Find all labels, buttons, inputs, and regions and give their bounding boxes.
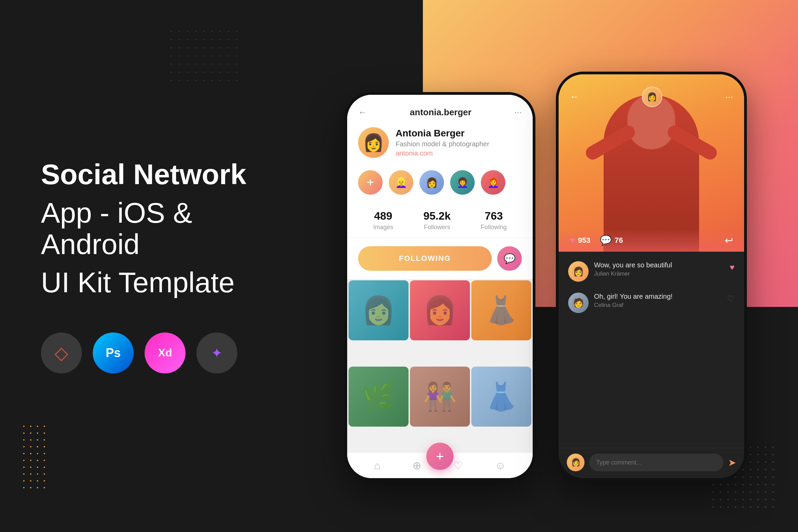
stat-images-label: Images xyxy=(373,224,393,231)
heart-reaction[interactable]: ♥ 953 xyxy=(570,235,590,246)
comment-avatar-1: 👩 xyxy=(568,261,589,282)
sketch-icon-wrap[interactable]: ◇ xyxy=(41,332,82,373)
comment-text-1: Wow, you are so beautiful xyxy=(594,261,724,269)
phone2-header: ← 👩 ··· xyxy=(559,74,744,119)
phone2-reactions: ♥ 953 💬 76 ↩ xyxy=(559,229,744,252)
story-add-button[interactable]: + xyxy=(358,170,383,195)
title-line3: UI Kit Template xyxy=(41,267,293,298)
comment-avatar-2: 🧑 xyxy=(568,293,589,313)
stat-images-value: 489 xyxy=(373,210,393,222)
send-icon[interactable]: ➤ xyxy=(728,457,736,468)
figma-icon: ✦ xyxy=(211,345,223,361)
main-title-block: Social Network App - iOS & Android UI Ki… xyxy=(41,159,293,326)
phone1-profile-section: 👩 Antonia Berger Fashion model & photogr… xyxy=(347,123,533,165)
comment-author-1: Julian Krämer xyxy=(594,270,724,277)
grid-photo-3[interactable]: 👗 xyxy=(471,280,531,340)
nav-profile-icon[interactable]: ☺ xyxy=(495,459,506,472)
profile-avatar: 👩 xyxy=(358,127,389,158)
profile-name: Antonia Berger xyxy=(396,128,522,139)
phone-2-mockup: ← 👩 ··· ♥ 953 💬 76 xyxy=(556,72,747,481)
nav-home-icon[interactable]: ⌂ xyxy=(374,459,381,472)
comment-body-1: Wow, you are so beautiful Julian Krämer xyxy=(594,261,724,277)
left-panel: Social Network App - iOS & Android UI Ki… xyxy=(0,0,293,532)
comment-item-2: 🧑 Oh, girl! You are amazing! Celina Graf… xyxy=(559,289,744,317)
phone2-avatar-small: 👩 xyxy=(642,87,662,107)
phone1-stats: 489 Images 95.2k Followers 763 Following xyxy=(347,203,533,238)
phone2-comments-section: 👩 Wow, you are so beautiful Julian Kräme… xyxy=(559,252,744,448)
sketch-icon: ◇ xyxy=(55,343,68,363)
phone1-username: antonia.berger xyxy=(410,107,472,118)
message-button[interactable]: 💬 xyxy=(497,246,522,271)
grid-photo-4[interactable]: 🌿 xyxy=(349,367,409,427)
profile-website[interactable]: antonia.com xyxy=(396,149,522,157)
heart-count: 953 xyxy=(578,236,591,245)
phone-1-mockup: ← antonia.berger ··· 👩 Antonia Berger Fa… xyxy=(344,92,535,481)
stat-followers-value: 95.2k xyxy=(423,210,450,222)
stat-followers: 95.2k Followers xyxy=(423,210,450,231)
story-thumb-1[interactable]: 👱‍♀️ xyxy=(389,170,413,195)
following-button[interactable]: FOLLOWING xyxy=(358,246,492,271)
comment-author-2: Celina Graf xyxy=(594,302,722,309)
adobexd-icon: Xd xyxy=(158,346,172,359)
heart-icon: ♥ xyxy=(570,235,575,246)
phone2-hero-image: ← 👩 ··· ♥ 953 💬 76 xyxy=(559,74,744,252)
phone1-actions: FOLLOWING 💬 xyxy=(347,238,533,279)
stat-following-value: 763 xyxy=(481,210,507,222)
figma-icon-wrap[interactable]: ✦ xyxy=(196,332,237,373)
tool-icons-row: ◇ Ps Xd ✦ xyxy=(41,332,293,373)
stat-following-label: Following xyxy=(481,224,507,231)
comment-text-2: Oh, girl! You are amazing! xyxy=(594,293,722,300)
phone-2-screen: ← 👩 ··· ♥ 953 💬 76 xyxy=(559,74,744,478)
profile-info: Antonia Berger Fashion model & photograp… xyxy=(396,128,522,157)
stat-images: 489 Images xyxy=(373,210,393,231)
title-line1: Social Network xyxy=(41,159,293,190)
story-thumb-4[interactable]: 👩‍🦰 xyxy=(481,170,505,195)
stat-followers-label: Followers xyxy=(423,224,450,231)
phone1-header: ← antonia.berger ··· xyxy=(347,95,533,123)
nav-search-icon[interactable]: ⊕ xyxy=(412,459,422,472)
title-line2: App - iOS & Android xyxy=(41,197,293,260)
nav-add-button[interactable]: + xyxy=(426,443,454,470)
phone1-stories: + 👱‍♀️ 👩 👩‍🦱 👩‍🦰 xyxy=(347,165,533,203)
comment-reaction[interactable]: 💬 76 xyxy=(600,235,623,246)
comment-input-field[interactable] xyxy=(589,454,723,471)
phone1-photo-grid: 👩 👩 👗 🌿 👫 👗 xyxy=(347,279,533,453)
phone1-back-icon[interactable]: ← xyxy=(358,107,367,118)
comment-like-2[interactable]: ♡ xyxy=(727,293,735,304)
comment-item-1: 👩 Wow, you are so beautiful Julian Kräme… xyxy=(559,257,744,286)
grid-photo-5[interactable]: 👫 xyxy=(410,367,470,427)
photoshop-icon-wrap[interactable]: Ps xyxy=(93,332,134,373)
phone2-input-avatar: 👩 xyxy=(567,454,585,471)
stat-following: 763 Following xyxy=(481,210,507,231)
phone1-navbar: ⌂ ⊕ + ♡ ☺ xyxy=(347,453,533,478)
comment-body-2: Oh, girl! You are amazing! Celina Graf xyxy=(594,293,722,309)
comment-like-1[interactable]: ♥ xyxy=(730,261,735,272)
profile-bio: Fashion model & photographer xyxy=(396,140,522,148)
phone2-back-icon[interactable]: ← xyxy=(570,91,579,102)
phone2-comment-input-area: 👩 ➤ xyxy=(559,448,744,478)
phone-1-screen: ← antonia.berger ··· 👩 Antonia Berger Fa… xyxy=(347,95,533,478)
grid-photo-1[interactable]: 👩 xyxy=(349,280,409,340)
adobexd-icon-wrap[interactable]: Xd xyxy=(145,332,186,373)
story-thumb-2[interactable]: 👩 xyxy=(419,170,444,195)
phone2-more-icon[interactable]: ··· xyxy=(725,91,733,102)
right-panel: ← antonia.berger ··· 👩 Antonia Berger Fa… xyxy=(293,0,798,532)
reply-icon[interactable]: ↩ xyxy=(725,234,733,246)
comment-count: 76 xyxy=(615,236,623,245)
nav-heart-icon[interactable]: ♡ xyxy=(453,459,463,472)
message-icon: 💬 xyxy=(504,253,516,264)
photoshop-icon: Ps xyxy=(106,346,121,360)
grid-photo-2[interactable]: 👩 xyxy=(410,280,470,340)
story-thumb-3[interactable]: 👩‍🦱 xyxy=(450,170,475,195)
phone1-more-icon[interactable]: ··· xyxy=(514,107,522,118)
grid-photo-6[interactable]: 👗 xyxy=(471,367,531,427)
comment-icon: 💬 xyxy=(600,235,612,246)
